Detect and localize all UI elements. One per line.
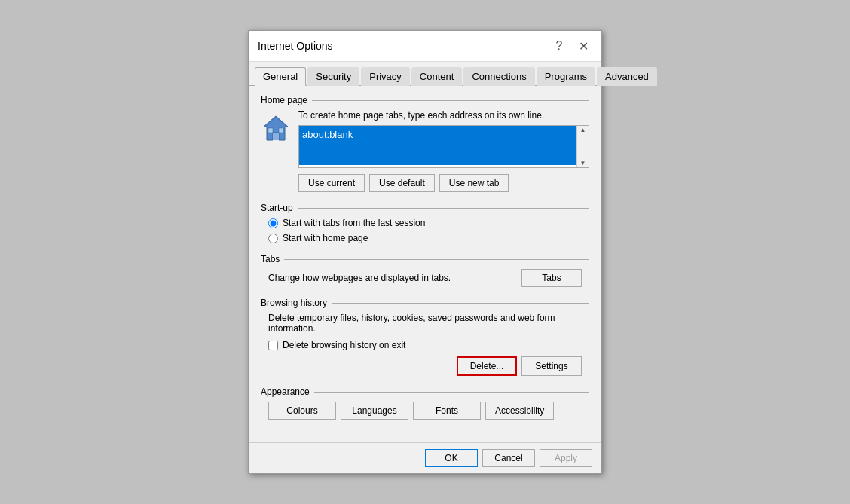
house-icon [261,113,291,143]
apply-button[interactable]: Apply [540,449,592,467]
startup-label: Start-up [261,203,589,213]
startup-options: Start with tabs from the last session St… [261,218,589,243]
startup-radio2[interactable] [268,234,278,243]
scroll-down-arrow[interactable]: ▼ [580,160,586,166]
tab-advanced[interactable]: Advanced [597,67,657,86]
languages-button[interactable]: Languages [341,402,408,420]
colours-button[interactable]: Colours [268,402,336,420]
home-page-desc: To create home page tabs, type each addr… [298,110,589,121]
tabs-bar: General Security Privacy Content Connect… [249,62,601,86]
title-bar: Internet Options ? ✕ [249,31,601,62]
ok-button[interactable]: OK [425,449,478,467]
main-content: Home page To create home page tabs, type… [249,86,601,442]
svg-rect-3 [268,128,273,133]
tab-privacy[interactable]: Privacy [361,67,410,86]
settings-button[interactable]: Settings [521,356,582,376]
delete-on-exit-checkbox[interactable] [268,341,278,350]
tab-content[interactable]: Content [411,67,463,86]
internet-options-dialog: Internet Options ? ✕ General Security Pr… [248,30,602,474]
title-bar-right: ? ✕ [550,37,592,55]
help-button[interactable]: ? [550,37,568,55]
footer: OK Cancel Apply [249,442,601,473]
browsing-buttons: Delete... Settings [261,356,589,376]
tab-general[interactable]: General [255,67,306,86]
svg-rect-4 [279,128,283,133]
browsing-history-section: Browsing history Delete temporary files,… [261,298,589,376]
use-current-button[interactable]: Use current [298,174,365,192]
browsing-history-label: Browsing history [261,298,589,308]
appearance-section: Appearance Colours Languages Fonts Acces… [261,386,589,420]
delete-button[interactable]: Delete... [457,356,517,376]
startup-option2[interactable]: Start with home page [268,233,589,243]
startup-section: Start-up Start with tabs from the last s… [261,203,589,243]
use-new-tab-button[interactable]: Use new tab [439,174,509,192]
fonts-button[interactable]: Fonts [413,402,481,420]
textarea-scrollbar: ▲ ▼ [576,126,589,167]
svg-rect-1 [273,133,279,140]
home-page-section: Home page To create home page tabs, type… [261,95,589,192]
tab-programs[interactable]: Programs [537,67,595,86]
home-page-label: Home page [261,95,589,105]
use-default-button[interactable]: Use default [369,174,435,192]
appearance-label: Appearance [261,386,589,397]
tabs-section: Tabs Change how webpages are displayed i… [261,254,589,287]
accessibility-button[interactable]: Accessibility [485,402,554,420]
close-button[interactable]: ✕ [574,37,592,55]
tabs-button[interactable]: Tabs [521,269,582,287]
delete-on-exit-label: Delete browsing history on exit [283,340,405,350]
tab-security[interactable]: Security [307,67,359,86]
home-page-right: To create home page tabs, type each addr… [298,110,589,192]
tabs-section-row: Change how webpages are displayed in tab… [261,269,589,287]
appearance-buttons: Colours Languages Fonts Accessibility [261,402,589,420]
home-page-inner: To create home page tabs, type each addr… [261,110,589,192]
dialog-title: Internet Options [258,40,333,52]
cancel-button[interactable]: Cancel [482,449,535,467]
tabs-section-label: Tabs [261,254,589,264]
tabs-section-desc: Change how webpages are displayed in tab… [268,273,451,283]
tab-connections[interactable]: Connections [463,67,534,86]
browsing-desc: Delete temporary files, history, cookies… [261,313,589,334]
startup-option1[interactable]: Start with tabs from the last session [268,218,589,228]
scroll-up-arrow[interactable]: ▲ [580,127,586,133]
home-textarea-wrap: <span class="selected-text">about:blank<… [298,125,589,168]
home-buttons: Use current Use default Use new tab [298,174,589,192]
startup-radio1[interactable] [268,218,278,228]
home-url-input[interactable]: <span class="selected-text">about:blank<… [299,126,589,165]
delete-on-exit-row: Delete browsing history on exit [261,340,589,350]
title-bar-left: Internet Options [258,40,333,52]
